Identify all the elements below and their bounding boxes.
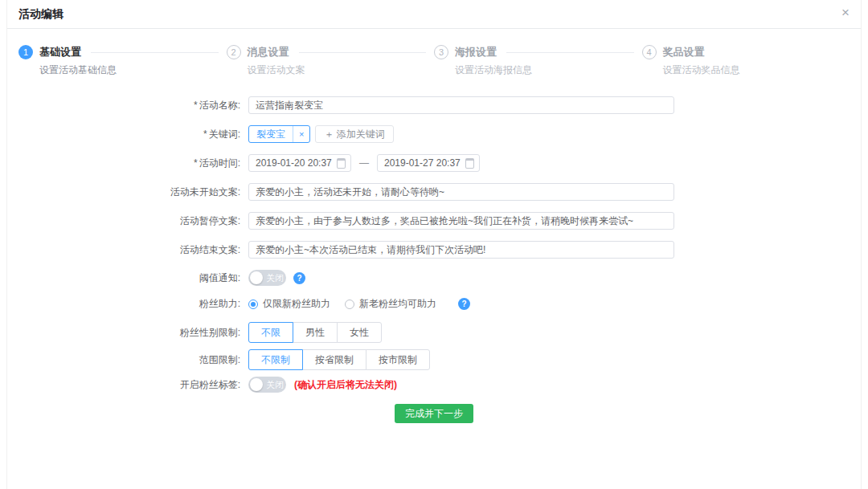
gender-limit-group: 不限 男性 女性 [248, 322, 382, 343]
radio-all-fans[interactable]: 新老粉丝均可助力 [345, 297, 436, 311]
add-keyword-button[interactable]: ＋ 添加关键词 [315, 125, 393, 143]
radio-new-fans-only-label: 仅限新粉丝助力 [263, 297, 330, 311]
step-4-number-icon: 4 [642, 45, 657, 59]
activity-time-label: *活动时间: [7, 157, 248, 170]
form-row-threshold-notice: 阈值通知: 关闭 ? [7, 270, 861, 286]
activity-name-input[interactable] [248, 96, 674, 114]
step-4-desc: 设置活动奖品信息 [663, 63, 850, 77]
help-icon[interactable]: ? [458, 298, 470, 310]
step-1-number-icon: 1 [18, 45, 33, 59]
start-date-value: 2019-01-20 20:37 [256, 157, 332, 169]
radio-all-fans-label: 新老粉丝均可助力 [359, 297, 436, 311]
form-row-ended-copy: 活动结束文案: [7, 241, 861, 259]
step-connector [506, 52, 634, 53]
step-message-settings: 2 消息设置 设置活动文案 [227, 45, 435, 77]
radio-selected-icon [248, 300, 258, 309]
step-2-title: 消息设置 [248, 45, 289, 59]
fan-tag-label: 开启粉丝标签: [7, 378, 248, 392]
scope-province-button[interactable]: 按省限制 [302, 349, 366, 370]
radio-unselected-icon [345, 300, 354, 309]
toggle-knob [250, 378, 263, 391]
fan-tag-warning-text: (确认开启后将无法关闭) [294, 378, 397, 392]
activity-name-label: *活动名称: [7, 99, 248, 112]
step-2-number-icon: 2 [227, 45, 241, 59]
threshold-notice-toggle[interactable]: 关闭 [248, 270, 286, 286]
form-row-gender-limit: 粉丝性别限制: 不限 男性 女性 [7, 322, 861, 343]
step-3-number-icon: 3 [434, 45, 448, 59]
scope-limit-group: 不限制 按省限制 按市限制 [248, 349, 430, 370]
ended-copy-input[interactable] [248, 241, 674, 259]
paused-copy-input[interactable] [248, 212, 674, 230]
modal-header: 活动编辑 × [7, 0, 861, 29]
form-row-activity-name: *活动名称: [7, 96, 861, 114]
help-icon[interactable]: ? [293, 272, 305, 284]
step-connector [91, 52, 219, 53]
not-started-copy-input[interactable] [248, 183, 674, 201]
end-date-value: 2019-01-27 20:37 [384, 157, 461, 169]
form-row-activity-time: *活动时间: 2019-01-20 20:37 — 2019-01-27 20:… [7, 154, 861, 172]
step-1-title: 基础设置 [39, 45, 81, 59]
keyword-tag: 裂变宝 × [248, 125, 310, 143]
calendar-icon [337, 158, 346, 169]
activity-edit-modal: 活动编辑 × 1 基础设置 设置活动基础信息 2 消息设置 设置活动文案 3 海… [6, 0, 862, 489]
form-row-scope-limit: 范围限制: 不限制 按省限制 按市限制 [7, 349, 861, 370]
basic-settings-form: *活动名称: *关键词: 裂变宝 × ＋ 添加关键词 *活动时间: 2019-0… [7, 96, 861, 423]
form-row-fan-tag: 开启粉丝标签: 关闭 (确认开启后将无法关闭) [7, 377, 861, 393]
step-4-title: 奖品设置 [663, 45, 705, 59]
form-row-keyword: *关键词: 裂变宝 × ＋ 添加关键词 [7, 125, 861, 143]
ended-copy-label: 活动结束文案: [7, 243, 248, 257]
scope-city-button[interactable]: 按市限制 [366, 349, 430, 370]
toggle-knob [250, 271, 263, 284]
gender-limit-label: 粉丝性别限制: [7, 326, 248, 340]
step-3-title: 海报设置 [455, 45, 497, 59]
close-icon[interactable]: × [841, 6, 850, 19]
step-prize-settings: 4 奖品设置 设置活动奖品信息 [642, 45, 850, 77]
scope-limit-label: 范围限制: [7, 353, 248, 367]
gender-unlimited-button[interactable]: 不限 [248, 322, 293, 343]
not-started-copy-label: 活动未开始文案: [7, 185, 248, 199]
page-title: 活动编辑 [18, 7, 63, 20]
end-date-input[interactable]: 2019-01-27 20:37 [377, 154, 480, 172]
gender-male-button[interactable]: 男性 [293, 322, 338, 343]
form-row-paused-copy: 活动暂停文案: [7, 212, 861, 230]
toggle-off-text: 关闭 [266, 379, 284, 391]
form-row-not-started-copy: 活动未开始文案: [7, 183, 861, 201]
step-connector [299, 52, 427, 53]
calendar-icon [465, 158, 474, 169]
threshold-notice-label: 阈值通知: [7, 271, 248, 285]
start-date-input[interactable]: 2019-01-20 20:37 [248, 154, 351, 172]
keyword-remove-icon[interactable]: × [293, 129, 309, 139]
stepper: 1 基础设置 设置活动基础信息 2 消息设置 设置活动文案 3 海报设置 设置活… [7, 45, 861, 77]
step-3-desc: 设置活动海报信息 [455, 63, 642, 77]
step-poster-settings: 3 海报设置 设置活动海报信息 [434, 45, 642, 77]
radio-new-fans-only[interactable]: 仅限新粉丝助力 [248, 297, 330, 311]
submit-button[interactable]: 完成并下一步 [395, 404, 473, 423]
paused-copy-label: 活动暂停文案: [7, 214, 248, 228]
gender-female-button[interactable]: 女性 [337, 322, 382, 343]
toggle-off-text: 关闭 [266, 272, 284, 284]
scope-unlimited-button[interactable]: 不限制 [248, 349, 303, 370]
step-1-desc: 设置活动基础信息 [39, 63, 227, 77]
keyword-tag-text: 裂变宝 [249, 128, 293, 141]
step-2-desc: 设置活动文案 [248, 63, 435, 77]
keyword-label: *关键词: [7, 128, 248, 141]
date-range-separator: — [359, 157, 369, 169]
step-basic-settings: 1 基础设置 设置活动基础信息 [18, 45, 227, 77]
fan-assist-label: 粉丝助力: [7, 297, 248, 311]
form-row-fan-assist: 粉丝助力: 仅限新粉丝助力 新老粉丝均可助力 ? [7, 297, 861, 311]
fan-tag-toggle[interactable]: 关闭 [248, 377, 286, 393]
form-footer: 完成并下一步 [7, 404, 861, 423]
